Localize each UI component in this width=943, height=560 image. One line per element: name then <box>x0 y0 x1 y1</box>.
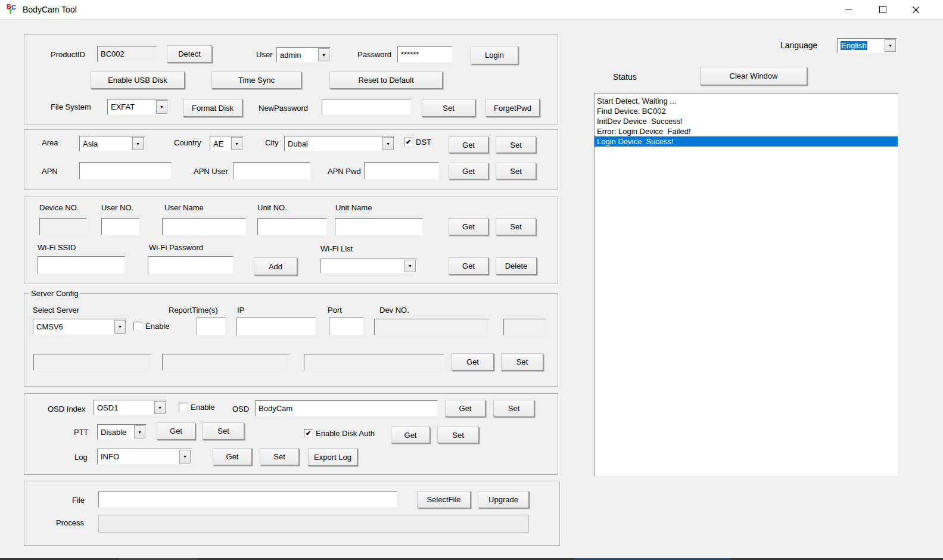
server-info-field-3[interactable] <box>304 354 444 371</box>
minimize-button[interactable] <box>835 0 863 19</box>
ptt-set-button[interactable]: Set <box>203 422 244 440</box>
ptt-get-button[interactable]: Get <box>157 422 195 440</box>
server-select[interactable]: CMSV6 ▼ <box>33 319 127 335</box>
user-name-field[interactable] <box>162 218 246 235</box>
unit-name-field[interactable] <box>335 218 423 235</box>
status-list-item[interactable]: Start Detect, Waiting ... <box>595 96 898 106</box>
wifi-list-select[interactable]: ▼ <box>320 259 417 273</box>
chevron-down-icon[interactable]: ▼ <box>231 137 242 150</box>
ip-field[interactable] <box>236 318 316 335</box>
forget-pwd-button[interactable]: ForgetPwd <box>485 99 540 117</box>
password-field[interactable] <box>397 46 453 63</box>
server-info-field-1[interactable] <box>33 354 151 371</box>
apn-user-field[interactable] <box>233 162 310 179</box>
upgrade-button[interactable]: Upgrade <box>478 491 529 508</box>
chevron-down-icon[interactable]: ▼ <box>114 320 126 334</box>
reset-to-default-button[interactable]: Reset to Default <box>329 71 443 89</box>
chevron-down-icon[interactable]: ▼ <box>885 39 896 52</box>
status-listbox[interactable]: Start Detect, Waiting ... Find Device: B… <box>594 93 898 477</box>
wifi-add-button[interactable]: Add <box>254 257 297 275</box>
title-bar[interactable]: B C T BodyCam Tool <box>0 0 943 20</box>
wifi-ssid-field[interactable] <box>38 256 125 274</box>
server-aux-field[interactable] <box>503 319 546 335</box>
unit-name-label: Unit Name <box>335 203 372 212</box>
user-select[interactable]: admin ▼ <box>276 47 331 63</box>
log-get-button[interactable]: Get <box>213 448 252 465</box>
wifi-ssid-label: Wi-Fi SSID <box>38 243 76 252</box>
chevron-down-icon[interactable]: ▼ <box>318 48 329 61</box>
disk-auth-get-button[interactable]: Get <box>391 427 430 443</box>
wifi-get-button[interactable]: Get <box>449 257 488 275</box>
unit-get-button[interactable]: Get <box>449 218 488 235</box>
unit-set-button[interactable]: Set <box>496 218 536 235</box>
maximize-button[interactable] <box>869 0 897 19</box>
osd-enable-checkbox[interactable]: Enable <box>179 403 214 412</box>
area-select[interactable]: Asia ▼ <box>79 136 145 151</box>
file-field[interactable] <box>98 491 397 508</box>
unit-no-field[interactable] <box>257 218 327 235</box>
apn-field[interactable] <box>79 162 172 179</box>
language-label: Language <box>780 41 817 50</box>
status-list-item[interactable]: Find Device: BC002 <box>595 106 898 116</box>
report-time-field[interactable] <box>197 318 226 335</box>
osd-get-button[interactable]: Get <box>445 400 485 417</box>
osd-set-button[interactable]: Set <box>493 400 534 417</box>
ptt-select[interactable]: Disable ▼ <box>97 424 147 440</box>
disk-auth-set-button[interactable]: Set <box>437 427 479 443</box>
clear-window-button[interactable]: Clear Window <box>700 67 807 85</box>
wifi-delete-button[interactable]: Delete <box>496 257 537 275</box>
dev-no-field[interactable] <box>374 319 490 335</box>
status-label: Status <box>613 72 637 82</box>
time-sync-button[interactable]: Time Sync <box>211 71 301 89</box>
status-list-item-selected[interactable]: Login Device Sucess! <box>595 136 898 147</box>
export-log-button[interactable]: Export Log <box>308 448 357 466</box>
chevron-down-icon[interactable]: ▼ <box>179 450 191 463</box>
chevron-down-icon[interactable]: ▼ <box>132 137 144 150</box>
device-no-field[interactable] <box>39 218 87 235</box>
apn-label: APN <box>42 167 58 176</box>
file-system-label: File System <box>51 102 91 111</box>
apn-set-button[interactable]: Set <box>496 163 536 179</box>
log-select[interactable]: INFO ▼ <box>97 449 192 465</box>
server-info-field-2[interactable] <box>162 354 290 371</box>
log-set-button[interactable]: Set <box>260 448 299 465</box>
server-enable-checkbox[interactable]: Enable <box>133 322 169 331</box>
new-password-field[interactable] <box>322 99 411 115</box>
login-button[interactable]: Login <box>471 46 518 64</box>
osd-index-select[interactable]: OSD1 ▼ <box>94 400 167 415</box>
select-file-button[interactable]: SelectFile <box>417 491 471 508</box>
server-set-button[interactable]: Set <box>501 353 543 371</box>
server-get-button[interactable]: Get <box>452 353 494 371</box>
close-button[interactable] <box>902 0 930 19</box>
enable-disk-auth-checkbox[interactable]: ✔ Enable Disk Auth <box>304 429 375 438</box>
format-disk-button[interactable]: Format Disk <box>183 99 242 117</box>
user-no-field[interactable] <box>101 218 139 235</box>
osd-field[interactable] <box>255 400 438 416</box>
port-label: Port <box>328 306 342 315</box>
wifi-password-label: Wi-Fi Password <box>149 243 203 252</box>
chevron-down-icon[interactable]: ▼ <box>134 425 145 438</box>
detect-button[interactable]: Detect <box>167 45 212 63</box>
productid-field[interactable] <box>97 46 157 62</box>
chevron-down-icon[interactable]: ▼ <box>156 100 167 114</box>
port-field[interactable] <box>329 318 363 335</box>
apn-pwd-field[interactable] <box>364 162 439 179</box>
file-system-select[interactable]: EXFAT ▼ <box>107 99 169 115</box>
status-list-item[interactable]: Error: Login Device Failed! <box>595 126 898 136</box>
status-list-item[interactable]: InitDev Device Success! <box>595 116 898 126</box>
enable-usb-disk-button[interactable]: Enable USB Disk <box>91 71 185 89</box>
city-select[interactable]: Dubai ▼ <box>284 136 395 151</box>
language-select[interactable]: English ▼ <box>837 38 897 53</box>
wifi-password-field[interactable] <box>148 256 234 274</box>
region-get-button[interactable]: Get <box>449 136 488 153</box>
chevron-down-icon[interactable]: ▼ <box>404 260 416 272</box>
dst-checkbox[interactable]: ✔ DST <box>404 138 431 147</box>
maximize-icon <box>879 6 886 13</box>
apn-get-button[interactable]: Get <box>449 163 488 179</box>
country-select[interactable]: AE ▼ <box>210 136 244 151</box>
password-set-button[interactable]: Set <box>422 99 475 117</box>
chevron-down-icon[interactable]: ▼ <box>154 401 166 414</box>
language-selected-text: English <box>841 41 867 50</box>
chevron-down-icon[interactable]: ▼ <box>382 137 394 150</box>
region-set-button[interactable]: Set <box>496 136 536 153</box>
